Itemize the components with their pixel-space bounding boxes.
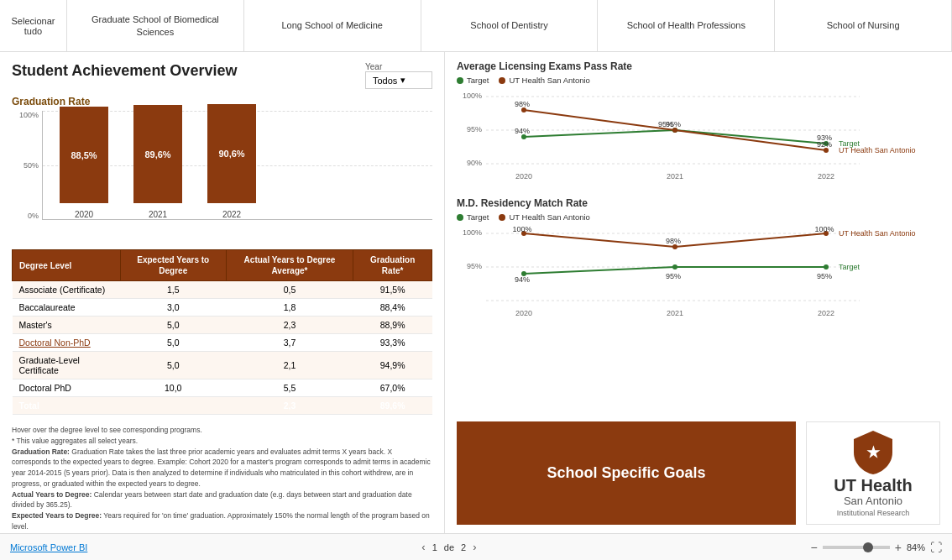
svg-text:95%: 95% (666, 272, 681, 280)
top-nav: Selecionar tudo Graduate School of Biome… (0, 0, 952, 52)
svg-text:2022: 2022 (818, 309, 834, 317)
right-panel: Average Licensing Exams Pass Rate Target… (445, 52, 952, 533)
svg-text:100%: 100% (512, 225, 531, 233)
bar-2021: 89,6% 2021 (133, 105, 182, 219)
md-residency-section: M.D. Residency Match Rate Target UT Heal… (457, 197, 940, 327)
svg-text:UT Health San Antonio: UT Health San Antonio (839, 146, 915, 154)
col-rate: Graduation Rate* (353, 250, 432, 281)
legend-target: Target (457, 76, 489, 85)
logo-text-institutional: Institutional Research (837, 509, 910, 517)
legend-target-label: Target (467, 76, 489, 85)
footnote-actual-title: Actual Years to Degree: (12, 490, 92, 499)
page-current: 1 (432, 542, 437, 552)
svg-text:2021: 2021 (667, 309, 683, 317)
footnote-grad-rate: Graduation Rate: Graduation Rate takes t… (12, 447, 432, 489)
table-row: Doctoral PhD (13, 379, 121, 397)
footnote-grad-rate-text: Graduation Rate takes the last three pri… (12, 447, 431, 488)
legend-residency-target-dot (457, 214, 463, 221)
legend-residency-ut-label: UT Health San Antonio (509, 212, 589, 222)
svg-text:100%: 100% (814, 225, 834, 233)
bar-2021-rect: 89,6% (133, 105, 182, 203)
footnote-aggregates: * This value aggregates all select years… (12, 436, 432, 447)
expand-icon[interactable]: ⛶ (930, 541, 942, 554)
degree-table-container: Degree Level Expected Years to Degree Ac… (12, 249, 432, 415)
graduation-rate-section: Graduation Rate 100% 50% 0% (12, 96, 432, 241)
svg-text:98%: 98% (515, 100, 530, 108)
zoom-controls: − + 84% ⛶ (811, 541, 942, 554)
year-value: Todos (373, 76, 397, 86)
md-residency-chart: 100% 95% 2020 2021 2022 94% 95 (457, 225, 940, 326)
table-row: Baccalaureate (13, 299, 121, 317)
logo-text-main: UT Health (834, 476, 912, 495)
svg-text:94%: 94% (515, 275, 530, 284)
md-residency-legend: Target UT Health San Antonio (457, 212, 940, 222)
footnote-grad-rate-title: Graduation Rate: (12, 447, 70, 456)
nav-tab-dentistry[interactable]: School of Dentistry (421, 0, 599, 51)
svg-text:Target: Target (839, 263, 860, 271)
legend-ut-dot (499, 77, 505, 84)
bar-2021-label: 89,6% (144, 149, 170, 160)
bar-2022: 90,6% 2022 (207, 104, 256, 219)
y-label-100: 100% (19, 111, 39, 119)
table-row: Associate (Certificate) (13, 281, 121, 299)
left-panel: Student Achievement Overview Year Todos … (0, 52, 445, 533)
school-specific-goals-button[interactable]: School Specific Goals (457, 421, 796, 525)
ut-shield-icon: ★ (852, 429, 894, 476)
page-sep: de (444, 542, 454, 552)
nav-tab-nursing[interactable]: School of Nursing (775, 0, 952, 51)
logo-section: ★ UT Health San Antonio Institutional Re… (806, 421, 940, 525)
content-area: Student Achievement Overview Year Todos … (0, 52, 952, 533)
bar-2020-rect: 88,5% (60, 107, 108, 203)
avg-licensing-chart: 100% 95% 90% 2020 2021 2022 (457, 88, 940, 189)
footnotes: Hover over the degree level to see corre… (12, 425, 432, 533)
pagination: ‹ 1 de 2 › (421, 541, 476, 553)
svg-text:100%: 100% (463, 228, 482, 237)
legend-ut: UT Health San Antonio (499, 76, 589, 85)
svg-text:98%: 98% (666, 237, 681, 245)
zoom-plus-button[interactable]: + (895, 541, 902, 554)
powerbi-link[interactable]: Microsoft Power BI (10, 542, 87, 552)
bar-2020-label: 88,5% (71, 150, 97, 160)
prev-page-button[interactable]: ‹ (421, 541, 425, 553)
bar-2021-year: 2021 (149, 210, 167, 219)
footnote-expected-title: Expected Years to Degree: (12, 511, 102, 520)
legend-target-dot (457, 77, 463, 84)
svg-text:90%: 90% (467, 159, 482, 167)
footnote-expected: Expected Years to Degree: Years required… (12, 510, 432, 532)
bar-2022-label: 90,6% (218, 149, 244, 159)
footnote-actual: Actual Years to Degree: Calendar years b… (12, 489, 432, 511)
bottom-right-section: School Specific Goals ★ UT Health San An… (457, 421, 940, 525)
svg-text:95%: 95% (467, 125, 482, 133)
zoom-thumb (863, 542, 873, 552)
svg-text:92%: 92% (817, 140, 832, 149)
svg-text:94%: 94% (515, 127, 530, 135)
svg-text:2022: 2022 (818, 172, 834, 181)
degree-table: Degree Level Expected Years to Degree Ac… (12, 249, 432, 415)
bar-2020: 88,5% 2020 (60, 107, 108, 219)
table-row: Doctoral Non-PhD (13, 334, 121, 352)
next-page-button[interactable]: › (473, 541, 476, 553)
svg-point-33 (824, 264, 829, 270)
zoom-minus-button[interactable]: − (811, 541, 818, 554)
nav-tab-medicine[interactable]: Long School of Medicine (244, 0, 421, 51)
avg-licensing-title: Average Licensing Exams Pass Rate (457, 60, 940, 72)
zoom-slider[interactable] (823, 546, 890, 549)
table-row: Master's (13, 317, 121, 334)
y-label-50: 50% (24, 161, 39, 170)
legend-residency-ut: UT Health San Antonio (499, 212, 589, 222)
svg-text:2020: 2020 (515, 309, 532, 317)
svg-text:95%: 95% (658, 120, 673, 128)
avg-licensing-legend: Target UT Health San Antonio (457, 76, 940, 85)
year-dropdown[interactable]: Todos ▾ (365, 71, 432, 89)
svg-text:100%: 100% (463, 92, 482, 100)
svg-point-32 (672, 264, 677, 270)
legend-residency-target-label: Target (467, 212, 489, 222)
avg-licensing-section: Average Licensing Exams Pass Rate Target… (457, 60, 940, 191)
svg-text:2020: 2020 (515, 172, 532, 181)
svg-text:95%: 95% (467, 262, 482, 270)
nav-select-all[interactable]: Selecionar tudo (0, 0, 67, 51)
nav-tab-health-professions[interactable]: School of Health Professions (598, 0, 775, 51)
svg-text:UT Health San Antonio: UT Health San Antonio (839, 229, 915, 238)
nav-tab-biomedical[interactable]: Graduate School of Biomedical Sciences (67, 0, 244, 51)
page-total: 2 (461, 542, 466, 552)
